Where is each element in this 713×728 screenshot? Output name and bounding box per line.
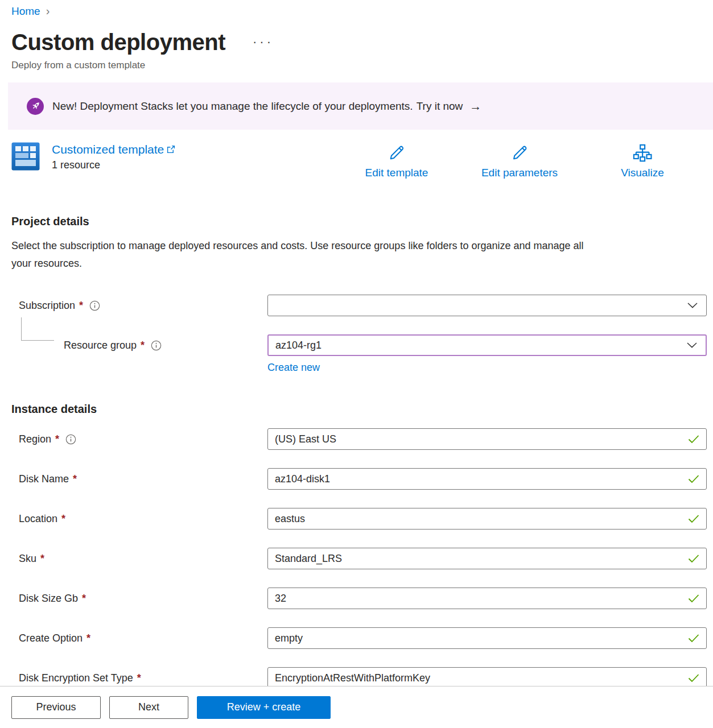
sku-input[interactable] xyxy=(268,548,706,569)
region-label: Region * xyxy=(11,433,267,445)
region-row: Region * xyxy=(11,428,707,450)
wizard-footer: Previous Next Review + create xyxy=(0,686,713,728)
required-marker: * xyxy=(55,433,59,445)
required-marker: * xyxy=(86,632,90,644)
disk-size-gb-row: Disk Size Gb * xyxy=(11,588,707,609)
resource-count: 1 resource xyxy=(52,159,175,171)
breadcrumb-chevron-icon: › xyxy=(46,5,50,18)
rocket-icon xyxy=(27,98,44,115)
create-option-row: Create Option * xyxy=(11,627,707,649)
edit-parameters-label: Edit parameters xyxy=(481,167,558,179)
disk-encryption-set-type-label-text: Disk Encryption Set Type xyxy=(19,672,133,684)
edit-template-label: Edit template xyxy=(365,167,428,179)
create-option-field xyxy=(267,627,707,649)
disk-encryption-set-type-input[interactable] xyxy=(268,668,706,688)
edit-parameters-button[interactable]: Edit parameters xyxy=(481,143,558,179)
edit-template-button[interactable]: Edit template xyxy=(365,143,428,179)
pencil-icon xyxy=(387,143,406,163)
visualize-label: Visualize xyxy=(621,167,664,179)
banner-message: New! Deployment Stacks let you manage th… xyxy=(52,100,413,113)
hierarchy-icon xyxy=(633,143,652,163)
disk-size-gb-label-text: Disk Size Gb xyxy=(19,593,78,605)
deployment-form: Subscription * xyxy=(11,295,707,689)
external-link-icon xyxy=(167,143,175,156)
disk-name-row: Disk Name * xyxy=(11,468,707,490)
region-label-text: Region xyxy=(19,433,51,445)
create-new-link[interactable]: Create new xyxy=(267,362,320,373)
page-title: Custom deployment xyxy=(11,29,225,55)
valid-check-icon xyxy=(688,435,699,444)
valid-check-icon xyxy=(688,515,699,523)
region-input[interactable] xyxy=(268,429,706,449)
more-menu-icon[interactable]: ··· xyxy=(253,39,274,45)
create-new-row: Create new xyxy=(267,362,707,374)
resource-group-label: Resource group * xyxy=(11,340,267,351)
disk-name-label-text: Disk Name xyxy=(19,473,69,485)
pencil-icon xyxy=(510,143,529,163)
disk-name-input[interactable] xyxy=(268,469,706,489)
arrow-right-icon[interactable]: → xyxy=(469,100,481,113)
previous-button[interactable]: Previous xyxy=(11,696,101,719)
instance-details-heading: Instance details xyxy=(11,403,707,416)
disk-name-field xyxy=(267,468,707,490)
subscription-label: Subscription * xyxy=(11,300,267,312)
create-option-label: Create Option * xyxy=(11,632,267,644)
region-field xyxy=(267,428,707,450)
template-icon xyxy=(11,142,40,171)
customized-template-link[interactable]: Customized template xyxy=(52,143,175,156)
breadcrumb: Home › xyxy=(11,0,707,18)
info-icon[interactable] xyxy=(89,300,100,311)
resource-group-row: Resource group * az104-rg1 xyxy=(11,334,707,356)
location-input[interactable] xyxy=(268,508,706,529)
custom-deployment-page: Home › Custom deployment ··· Deploy from… xyxy=(0,0,713,728)
resource-group-dropdown[interactable]: az104-rg1 xyxy=(267,334,707,356)
valid-check-icon xyxy=(688,475,699,483)
location-label-text: Location xyxy=(19,513,57,525)
disk-size-gb-label: Disk Size Gb * xyxy=(11,593,267,605)
breadcrumb-home-link[interactable]: Home xyxy=(11,5,40,18)
valid-check-icon xyxy=(688,594,699,603)
required-marker: * xyxy=(82,593,86,605)
page-subtitle: Deploy from a custom template xyxy=(11,60,707,71)
subscription-label-text: Subscription xyxy=(19,300,75,312)
info-icon[interactable] xyxy=(65,434,76,445)
create-option-input[interactable] xyxy=(268,628,706,648)
required-marker: * xyxy=(79,300,83,312)
valid-check-icon xyxy=(688,634,699,643)
info-icon[interactable] xyxy=(151,340,162,351)
review-create-button[interactable]: Review + create xyxy=(197,696,331,719)
location-label: Location * xyxy=(11,513,267,525)
chevron-down-icon[interactable] xyxy=(687,303,698,308)
disk-size-gb-input[interactable] xyxy=(268,588,706,609)
chevron-down-icon[interactable] xyxy=(687,342,697,348)
subscription-dropdown[interactable] xyxy=(267,295,707,316)
create-option-label-text: Create Option xyxy=(19,632,83,644)
project-details-description: Select the subscription to manage deploy… xyxy=(11,237,606,272)
template-summary-row: Customized template 1 resource xyxy=(11,142,707,189)
location-field xyxy=(267,508,707,530)
required-marker: * xyxy=(137,672,141,684)
sku-row: Sku * xyxy=(11,548,707,569)
disk-encryption-set-type-label: Disk Encryption Set Type * xyxy=(11,672,267,684)
valid-check-icon xyxy=(688,674,699,682)
visualize-button[interactable]: Visualize xyxy=(621,143,664,179)
sku-label: Sku * xyxy=(11,553,267,565)
disk-name-label: Disk Name * xyxy=(11,473,267,485)
template-text: Customized template 1 resource xyxy=(52,142,175,189)
resource-group-label-text: Resource group xyxy=(64,340,137,351)
sku-field xyxy=(267,548,707,569)
location-row: Location * xyxy=(11,508,707,530)
subscription-row: Subscription * xyxy=(11,295,707,316)
required-marker: * xyxy=(73,473,77,485)
announcement-banner: New! Deployment Stacks let you manage th… xyxy=(8,82,713,130)
sku-label-text: Sku xyxy=(19,553,36,565)
required-marker: * xyxy=(61,513,65,525)
valid-check-icon xyxy=(688,555,699,563)
next-button[interactable]: Next xyxy=(109,696,188,719)
disk-size-gb-field xyxy=(267,588,707,609)
title-row: Custom deployment ··· xyxy=(11,29,707,55)
resource-group-value: az104-rg1 xyxy=(269,340,322,351)
project-details-heading: Project details xyxy=(11,215,707,228)
required-marker: * xyxy=(40,553,44,565)
try-it-now-link[interactable]: Try it now xyxy=(417,100,463,113)
